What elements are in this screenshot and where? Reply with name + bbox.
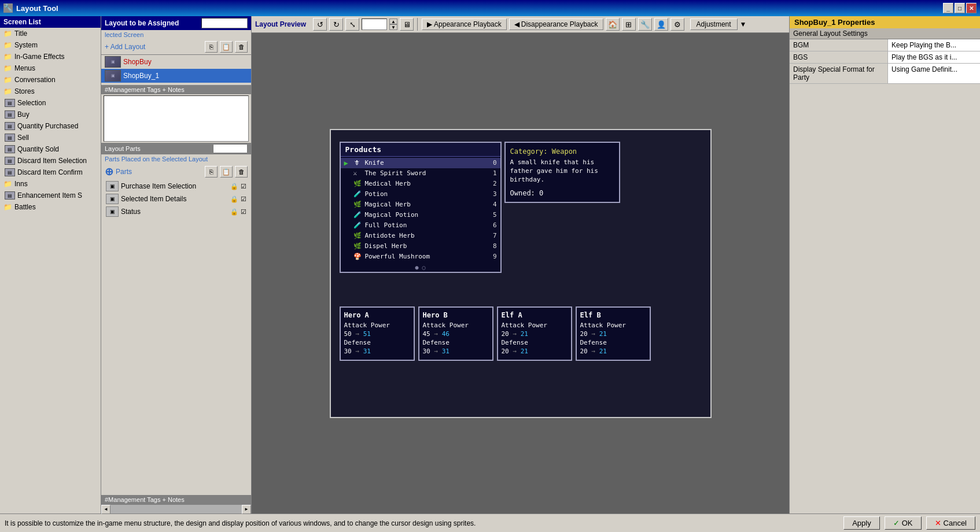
product-row[interactable]: 🌿 Antidote Herb 7 — [341, 231, 500, 241]
part-item-selected-details[interactable]: ▣ Selected Item Details 🔒 ☑ — [101, 193, 251, 205]
zoom-input[interactable]: 0.60 — [362, 19, 387, 30]
scroll-left-button[interactable]: ◄ — [101, 505, 110, 514]
folder-icon: 📁 — [3, 203, 12, 211]
mgmt-tags-area[interactable] — [104, 95, 249, 142]
add-parts-label[interactable]: Parts — [116, 168, 132, 176]
home-button[interactable]: 🏠 — [606, 18, 620, 31]
close-button[interactable]: ✕ — [966, 3, 977, 13]
zoom-down-button[interactable]: ▼ — [389, 24, 397, 30]
add-parts-plus-button[interactable]: ⊕ — [105, 165, 113, 178]
products-panel: Products ▶ 🗡 Knife 0 ⚔ The Spirit Sword — [340, 142, 502, 273]
scroll-track[interactable] — [110, 505, 242, 513]
check-icon: ☑ — [241, 183, 246, 190]
disappearance-playback-label: Disappearance Playback — [521, 20, 598, 28]
layout-parts-section: Layout Parts Parts Placed on the Selecte… — [101, 143, 251, 495]
adjustment-button[interactable]: Adjustment — [690, 19, 738, 30]
appearance-playback-button[interactable]: ▶ Appearance Playback — [422, 19, 507, 30]
product-num: 0 — [493, 159, 497, 167]
hero-b-name: Hero B — [423, 311, 489, 319]
product-row[interactable]: 🌿 Dispel Herb 8 — [341, 241, 500, 252]
layout-item-shopbuy1[interactable]: ▣ ShopBuy_1 — [101, 69, 251, 83]
product-row[interactable]: 🍄 Powerful Mushroom 9 — [341, 252, 500, 262]
refresh-button[interactable]: ↺ — [313, 18, 327, 31]
layout-item-shopbuy[interactable]: ▣ ShopBuy — [101, 55, 251, 69]
sidebar-item-inns[interactable]: 📁 Inns — [0, 178, 101, 190]
sidebar-item-enhancement[interactable]: ▤ Enhancement Item S — [0, 190, 101, 201]
selected-screen-label: lected Screen — [101, 30, 251, 39]
attack-values: 45 → 46 — [423, 330, 489, 338]
product-row[interactable]: ⚔ The Spirit Sword 1 — [341, 168, 500, 179]
sidebar-item-discard-confirm[interactable]: ▤ Discard Item Confirm — [0, 167, 101, 178]
settings-button[interactable]: ⚙ — [670, 18, 684, 31]
product-row[interactable]: ▶ 🗡 Knife 0 — [341, 158, 500, 168]
product-num: 6 — [493, 221, 497, 229]
monitor-button[interactable]: 🖥 — [400, 18, 414, 31]
sidebar-item-system[interactable]: 📁 System — [0, 39, 101, 51]
sidebar-item-quantity-sold[interactable]: ▤ Quantity Sold — [0, 143, 101, 155]
expand-arrow-button[interactable]: ▼ — [740, 20, 747, 28]
cancel-button[interactable]: ✕ Cancel — [926, 516, 975, 530]
part-item-status[interactable]: ▣ Status 🔒 ☑ — [101, 205, 251, 218]
wrench-button[interactable]: 🔧 — [638, 18, 652, 31]
preview-label: Layout Preview — [255, 20, 306, 28]
attack-row: Attack Power — [502, 322, 568, 329]
sidebar-item-conversation[interactable]: 📁 Conversation — [0, 74, 101, 86]
folder-icon: 📁 — [3, 53, 12, 61]
stat-card-hero-a: Hero A Attack Power 50 → 51 Defense 30 →… — [340, 306, 415, 361]
sidebar-item-title[interactable]: 📁 Title — [0, 28, 101, 39]
sidebar-item-menus[interactable]: 📁 Menus — [0, 62, 101, 74]
product-row[interactable]: 🧪 Magical Potion 5 — [341, 210, 500, 220]
product-row[interactable]: 🧪 Full Potion 6 — [341, 220, 500, 231]
product-name: Powerful Mushroom — [365, 253, 491, 260]
horizontal-scrollbar[interactable]: ◄ ► — [101, 504, 251, 513]
sidebar-item-battles[interactable]: 📁 Battles — [0, 201, 101, 213]
disappearance-playback-button[interactable]: ◀ Disappearance Playback — [509, 19, 603, 30]
sidebar-item-selection[interactable]: ▤ Selection — [0, 97, 101, 109]
resize-button[interactable]: ⤡ — [345, 18, 359, 31]
copy-part-button[interactable]: ⎘ — [205, 166, 218, 178]
ok-button[interactable]: ✓ OK — [885, 516, 922, 530]
part-item-purchase[interactable]: ▣ Purchase Item Selection 🔒 ☑ — [101, 180, 251, 193]
add-layout-button[interactable]: + Add Layout — [105, 43, 145, 51]
product-row[interactable]: 🌿 Medical Herb 2 — [341, 179, 500, 189]
copy-layout-button[interactable]: ⎘ — [205, 41, 218, 53]
delete-layout-button[interactable]: 🗑 — [235, 41, 248, 53]
product-name: Full Potion — [365, 221, 491, 229]
products-title: Products — [341, 143, 500, 157]
product-row[interactable]: 🧪 Potion 3 — [341, 189, 500, 200]
attack-row: Attack Power — [423, 322, 489, 329]
sidebar-item-ingame-effects[interactable]: 📁 In-Game Effects — [0, 51, 101, 62]
undo-button[interactable]: ↻ — [329, 18, 343, 31]
potion-icon: 🧪 — [353, 190, 363, 198]
maximize-button[interactable]: □ — [955, 3, 965, 13]
scroll-right-button[interactable]: ► — [242, 505, 251, 514]
grid-button[interactable]: ⊞ — [622, 18, 636, 31]
check-icon: ☑ — [241, 208, 246, 216]
ok-label: OK — [902, 519, 913, 527]
layout-search-input[interactable] — [201, 18, 248, 28]
layout-assign-header: Layout to be Assigned — [101, 16, 251, 30]
product-row[interactable]: 🌿 Magical Herb 4 — [341, 200, 500, 210]
sidebar-item-buy[interactable]: ▤ Buy — [0, 109, 101, 120]
paste-layout-button[interactable]: 📋 — [220, 41, 233, 53]
part-name-status: Status — [121, 208, 228, 216]
apply-button[interactable]: Apply — [843, 516, 880, 530]
parts-search-input[interactable] — [213, 144, 248, 153]
add-parts-bar: ⊕ Parts ⎘ 📋 🗑 — [101, 164, 251, 180]
property-value-bgs[interactable]: Play the BGS as it i... — [888, 51, 980, 63]
property-value-bgm[interactable]: Keep Playing the B... — [888, 39, 980, 51]
sidebar-item-sell[interactable]: ▤ Sell — [0, 132, 101, 143]
minimize-button[interactable]: _ — [943, 3, 953, 13]
paste-part-button[interactable]: 📋 — [220, 166, 233, 178]
sidebar-item-stores[interactable]: 📁 Stores — [0, 86, 101, 97]
attack-values: 20 → 21 — [502, 330, 568, 338]
sidebar-item-quantity-purchased[interactable]: ▤ Quantity Purchased — [0, 120, 101, 132]
sidebar-item-discard-selection[interactable]: ▤ Discard Item Selection — [0, 155, 101, 167]
property-value-display-format[interactable]: Using Game Definit... — [888, 64, 980, 83]
delete-part-button[interactable]: 🗑 — [235, 166, 248, 178]
zoom-up-button[interactable]: ▲ — [389, 19, 397, 24]
defense-row: Defense — [502, 339, 568, 346]
person-button[interactable]: 👤 — [654, 18, 668, 31]
layout-name-shopbuy1: ShopBuy_1 — [123, 72, 159, 80]
defense-label: Defense — [502, 339, 528, 346]
